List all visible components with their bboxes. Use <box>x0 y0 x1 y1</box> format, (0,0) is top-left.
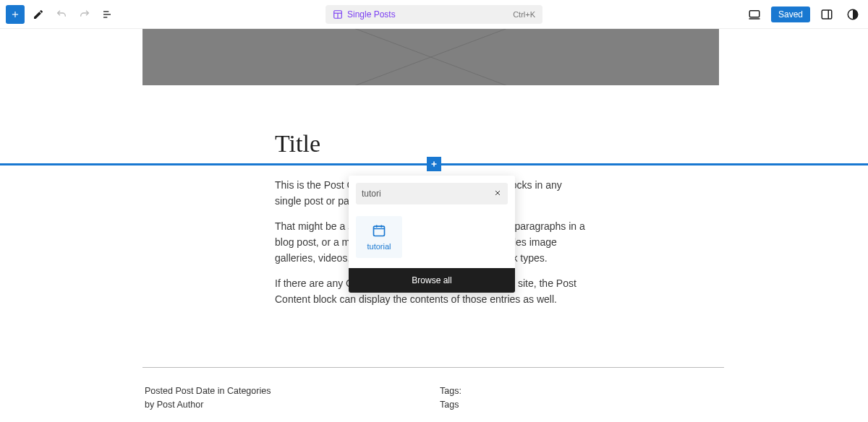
clear-search-button[interactable] <box>493 189 502 199</box>
browse-all-button[interactable]: Browse all <box>349 268 515 293</box>
shortcut-hint: Ctrl+K <box>513 10 535 19</box>
block-item-tutorial[interactable]: tutorial <box>356 216 402 258</box>
post-title[interactable]: Title <box>275 130 320 158</box>
editor-canvas: Title This is the Post Content block, it… <box>0 29 868 422</box>
toolbar-left-group <box>6 5 117 24</box>
tags-value: Tags <box>440 398 461 412</box>
document-outline-button[interactable] <box>98 5 117 24</box>
add-block-button[interactable] <box>6 5 25 24</box>
block-inserter-popover: tutorial Browse all <box>349 176 515 293</box>
post-meta-left: Posted Post Date in Categories by Post A… <box>145 384 271 412</box>
featured-image-placeholder[interactable] <box>142 29 719 85</box>
post-meta-right: Tags: Tags <box>440 384 461 412</box>
block-item-label: tutorial <box>367 242 391 251</box>
footer-divider <box>142 367 724 368</box>
template-selector[interactable]: Single Posts Ctrl+K <box>326 5 542 24</box>
top-toolbar: Single Posts Ctrl+K Saved <box>0 0 868 29</box>
template-label-group: Single Posts <box>333 9 396 20</box>
svg-rect-8 <box>749 10 760 17</box>
calendar-icon <box>372 223 386 238</box>
inserter-search-input[interactable] <box>362 189 493 199</box>
redo-button[interactable] <box>75 5 94 24</box>
toolbar-right-group: Saved <box>745 5 862 24</box>
tags-label: Tags: <box>440 384 461 398</box>
edit-tool-icon[interactable] <box>29 5 48 24</box>
block-insertion-line <box>0 163 868 165</box>
styles-button[interactable] <box>843 5 862 24</box>
inline-inserter-button[interactable] <box>427 157 441 171</box>
meta-line: Posted Post Date in Categories <box>145 384 271 398</box>
save-button[interactable]: Saved <box>771 7 810 22</box>
svg-rect-19 <box>374 226 385 236</box>
layout-icon <box>333 9 343 20</box>
settings-panel-button[interactable] <box>817 5 836 24</box>
inserter-search-row <box>356 183 508 204</box>
view-button[interactable] <box>745 5 764 24</box>
template-name: Single Posts <box>347 9 396 20</box>
undo-button[interactable] <box>52 5 71 24</box>
meta-line: by Post Author <box>145 398 271 412</box>
svg-rect-10 <box>822 10 832 19</box>
inserter-results: tutorial <box>349 212 515 268</box>
